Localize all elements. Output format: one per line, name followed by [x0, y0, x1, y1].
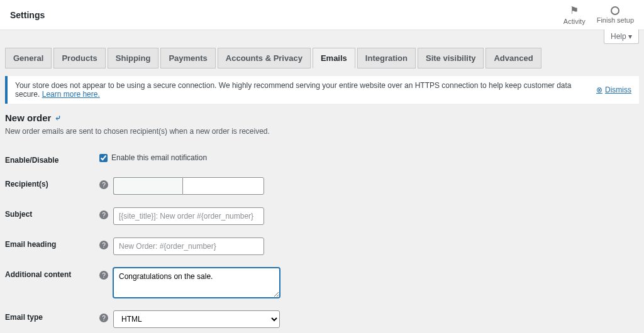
flag-icon: ⚑	[570, 4, 579, 16]
finish-setup-button[interactable]: Finish setup	[597, 6, 634, 24]
help-icon[interactable]: ?	[99, 210, 108, 219]
settings-tabs: General Products Shipping Payments Accou…	[5, 48, 639, 68]
tab-integration[interactable]: Integration	[357, 48, 416, 68]
page-description: New order emails are sent to chosen reci…	[5, 127, 639, 136]
email-heading-label: Email heading	[5, 237, 99, 249]
activity-button[interactable]: ⚑ Activity	[564, 4, 586, 25]
tab-shipping[interactable]: Shipping	[108, 48, 159, 68]
notice-text: Your store does not appear to be using a…	[15, 81, 596, 99]
finish-setup-label: Finish setup	[597, 16, 634, 24]
back-link[interactable]: ⤶	[55, 114, 61, 123]
circle-progress-icon	[611, 6, 619, 15]
enable-checkbox-label: Enable this email notification	[111, 153, 207, 162]
page-title: New order ⤶	[5, 112, 639, 123]
subject-label: Subject	[5, 207, 99, 219]
tab-emails[interactable]: Emails	[313, 48, 355, 68]
help-icon[interactable]: ?	[99, 314, 108, 322]
help-tab[interactable]: Help ▾	[604, 30, 639, 44]
tab-general[interactable]: General	[5, 48, 52, 68]
tab-payments[interactable]: Payments	[160, 48, 215, 68]
enable-disable-label: Enable/Disable	[5, 153, 99, 165]
email-heading-input[interactable]	[113, 237, 264, 255]
tab-products[interactable]: Products	[53, 48, 105, 68]
additional-content-textarea[interactable]	[113, 268, 280, 298]
activity-label: Activity	[564, 18, 586, 25]
email-type-select[interactable]: HTML	[113, 310, 280, 328]
recipients-input[interactable]	[182, 177, 264, 195]
notice-learn-more-link[interactable]: Learn more here.	[42, 90, 100, 99]
dismiss-icon: ⊗	[596, 85, 602, 94]
help-icon[interactable]: ?	[99, 241, 108, 249]
header-bar: Settings ⚑ Activity Finish setup	[0, 0, 644, 30]
notice-dismiss-button[interactable]: ⊗ Dismiss	[596, 85, 631, 94]
recipients-input-prefix[interactable]	[113, 177, 182, 195]
https-notice: Your store does not appear to be using a…	[5, 76, 639, 104]
tab-accounts-privacy[interactable]: Accounts & Privacy	[218, 48, 311, 68]
header-actions: ⚑ Activity Finish setup	[564, 4, 634, 25]
page-header-title: Settings	[10, 10, 45, 20]
help-icon[interactable]: ?	[99, 180, 108, 189]
enable-checkbox-wrap[interactable]: Enable this email notification	[99, 153, 207, 162]
additional-content-label: Additional content	[5, 268, 99, 279]
subject-input[interactable]	[113, 207, 264, 225]
help-icon[interactable]: ?	[99, 271, 108, 280]
recipients-label: Recipient(s)	[5, 177, 99, 188]
enable-checkbox[interactable]	[99, 154, 108, 162]
email-type-label: Email type	[5, 310, 99, 322]
tab-advanced[interactable]: Advanced	[486, 48, 541, 68]
tab-site-visibility[interactable]: Site visibility	[418, 48, 484, 68]
